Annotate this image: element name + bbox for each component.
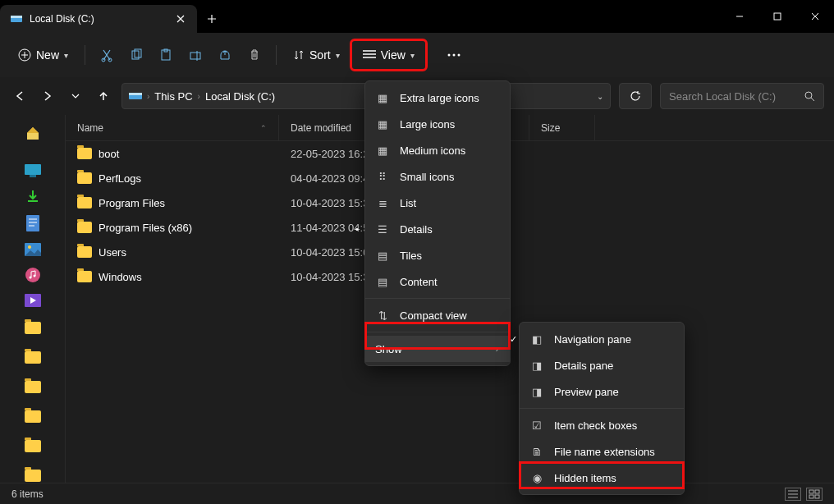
chevron-right-icon: › [496, 345, 498, 354]
sidebar-folder[interactable] [24, 348, 42, 366]
pictures-icon[interactable] [24, 243, 42, 256]
tab-title: Local Disk (C:) [30, 13, 167, 25]
menu-medium-icons[interactable]: ▦Medium icons [365, 137, 510, 163]
list-icon: ≣ [375, 197, 390, 209]
rename-button[interactable] [182, 40, 208, 70]
plus-circle-icon [18, 48, 31, 62]
maximize-button[interactable] [758, 0, 796, 33]
menu-details-pane[interactable]: ◨Details pane [520, 352, 684, 378]
svg-rect-26 [809, 490, 813, 493]
file-icon: 🗎 [529, 446, 544, 458]
folder-icon [77, 271, 92, 282]
menu-preview-pane[interactable]: ◨Preview pane [520, 378, 684, 405]
status-count: 6 items [11, 488, 44, 500]
videos-icon[interactable] [24, 294, 42, 307]
chevron-right-icon: › [198, 92, 200, 101]
svg-rect-10 [190, 53, 200, 59]
menu-extra-large-icons[interactable]: ▦Extra large icons [365, 85, 510, 111]
new-tab-button[interactable] [197, 5, 227, 33]
music-icon[interactable] [24, 268, 42, 282]
minimize-button[interactable] [721, 0, 758, 33]
view-menu: ▦Extra large icons ▦Large icons ▦Medium … [364, 80, 511, 366]
close-window-button[interactable] [796, 0, 834, 33]
details-view-toggle[interactable] [785, 488, 801, 501]
tab-close-icon[interactable] [174, 12, 187, 25]
grid-small-icon: ⠿ [375, 171, 390, 183]
drive-icon [10, 12, 23, 25]
menu-small-icons[interactable]: ⠿Small icons [365, 163, 510, 190]
chevron-down-icon[interactable]: ⌄ [597, 92, 603, 101]
menu-list[interactable]: ≣List [365, 190, 510, 216]
up-button[interactable] [94, 86, 113, 106]
delete-button[interactable] [241, 40, 268, 70]
pane-icon: ◨ [529, 386, 544, 398]
column-header-size[interactable]: Size [529, 115, 595, 140]
sidebar-folder[interactable] [24, 437, 42, 455]
chevron-right-icon: › [147, 92, 149, 101]
svg-point-13 [457, 54, 460, 57]
desktop-icon[interactable] [24, 164, 42, 177]
crumb-drive[interactable]: Local Disk (C:) [205, 90, 275, 103]
menu-content[interactable]: ▤Content [365, 268, 510, 295]
eye-icon: ◉ [529, 472, 544, 484]
copy-button[interactable] [123, 40, 149, 70]
folder-icon [77, 197, 92, 208]
sidebar-folder[interactable] [24, 378, 42, 396]
menu-navigation-pane[interactable]: ✓◧Navigation pane [520, 326, 684, 352]
svg-point-21 [28, 245, 31, 249]
menu-show[interactable]: Show› [365, 336, 510, 362]
menu-large-icons[interactable]: ▦Large icons [365, 111, 510, 137]
grid-icon: ▦ [375, 144, 390, 157]
sidebar-folder[interactable] [24, 318, 42, 337]
menu-compact-view[interactable]: ⇅Compact view [365, 302, 510, 328]
sidebar-folder[interactable] [24, 466, 42, 483]
tiles-icon: ▤ [375, 250, 390, 262]
refresh-button[interactable] [619, 83, 652, 109]
svg-rect-19 [26, 215, 39, 231]
back-button[interactable] [10, 86, 30, 106]
folder-icon [77, 246, 92, 258]
menu-hidden-items[interactable]: ◉Hidden items [520, 465, 684, 491]
folder-icon [77, 172, 92, 184]
sidebar [0, 115, 66, 483]
cut-button[interactable] [94, 40, 120, 70]
documents-icon[interactable] [24, 215, 42, 231]
svg-point-24 [33, 275, 35, 277]
details-icon: ☰ [375, 223, 390, 236]
history-chevron-icon[interactable] [66, 86, 85, 106]
sort-icon [293, 49, 305, 61]
menu-file-extensions[interactable]: 🗎File name extensions [520, 438, 684, 465]
sidebar-folder[interactable] [24, 407, 42, 425]
svg-point-16 [805, 92, 812, 99]
crumb-this-pc[interactable]: This PC [154, 90, 192, 103]
chevron-down-icon: ▾ [64, 51, 68, 60]
folder-icon [25, 410, 41, 423]
pane-icon: ◧ [529, 333, 544, 346]
svg-rect-27 [815, 490, 819, 493]
menu-details[interactable]: •☰Details [365, 216, 510, 242]
chevron-down-icon: ▾ [410, 51, 415, 60]
view-button[interactable]: View ▾ [351, 40, 426, 70]
file-name: Users [99, 246, 126, 259]
home-icon[interactable] [24, 125, 42, 141]
new-button[interactable]: New ▾ [10, 40, 76, 70]
forward-button[interactable] [38, 86, 57, 106]
svg-point-22 [25, 268, 40, 282]
thumbnails-view-toggle[interactable] [806, 488, 823, 501]
downloads-icon[interactable] [24, 189, 42, 204]
search-icon [804, 90, 815, 102]
column-header-name[interactable]: Name⌃ [66, 115, 279, 140]
new-label: New [36, 48, 59, 62]
share-button[interactable] [212, 40, 238, 70]
window-tab[interactable]: Local Disk (C:) [0, 5, 197, 33]
paste-button[interactable] [153, 40, 179, 70]
sort-button[interactable]: Sort ▾ [285, 40, 348, 70]
menu-item-checkboxes[interactable]: ☑Item check boxes [520, 412, 684, 438]
file-name: PerfLogs [99, 172, 141, 185]
more-button[interactable] [441, 40, 467, 70]
compact-icon: ⇅ [375, 309, 390, 322]
menu-tiles[interactable]: ▤Tiles [365, 242, 510, 268]
search-input[interactable]: Search Local Disk (C:) [660, 83, 824, 109]
check-icon: ✓ [510, 334, 518, 345]
view-label: View [381, 48, 406, 62]
